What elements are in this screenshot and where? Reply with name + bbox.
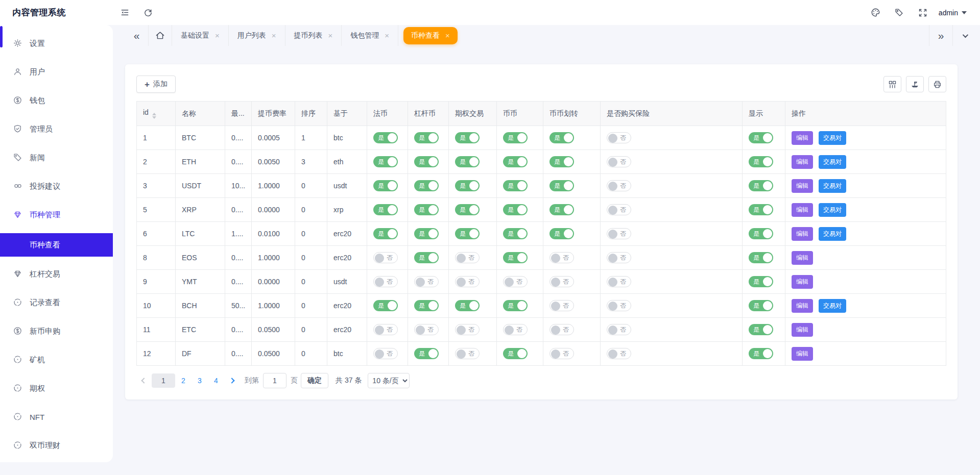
show-toggle[interactable]: 是 xyxy=(749,180,773,191)
option-toggle[interactable]: 是 xyxy=(455,132,480,143)
sidebar-item-leverage-trade[interactable]: 杠杆交易 xyxy=(0,264,113,284)
transfer-toggle[interactable]: 否 xyxy=(549,276,574,287)
option-toggle[interactable]: 是 xyxy=(455,156,480,167)
page-button-3[interactable]: 3 xyxy=(192,373,208,388)
menu-collapse-icon[interactable] xyxy=(113,0,136,25)
edit-button[interactable]: 编辑 xyxy=(792,323,813,337)
pair-button[interactable]: 交易对 xyxy=(819,179,846,193)
sidebar-item-settings[interactable]: 设置 xyxy=(0,33,113,54)
bibi-toggle[interactable]: 是 xyxy=(503,180,528,191)
leverage-toggle[interactable]: 是 xyxy=(414,228,439,239)
leverage-toggle[interactable]: 是 xyxy=(414,132,439,143)
sidebar-item-users[interactable]: 用户 xyxy=(0,62,113,82)
edit-button[interactable]: 编辑 xyxy=(792,227,813,241)
transfer-toggle[interactable]: 是 xyxy=(549,180,574,191)
transfer-toggle[interactable]: 否 xyxy=(549,348,574,359)
tab-close-icon[interactable]: × xyxy=(272,32,276,39)
pair-button[interactable]: 交易对 xyxy=(819,203,846,217)
option-toggle[interactable]: 是 xyxy=(455,180,480,191)
fabi-toggle[interactable]: 是 xyxy=(373,228,398,239)
insurance-toggle[interactable]: 否 xyxy=(607,252,631,263)
leverage-toggle[interactable]: 是 xyxy=(414,300,439,311)
option-toggle[interactable]: 否 xyxy=(455,324,480,335)
goto-page-input[interactable] xyxy=(263,373,286,388)
bibi-toggle[interactable]: 否 xyxy=(503,324,528,335)
pair-button[interactable]: 交易对 xyxy=(819,155,846,169)
scroll-tabs-right-button[interactable]: » xyxy=(929,25,952,46)
show-toggle[interactable]: 是 xyxy=(749,156,773,167)
bibi-toggle[interactable]: 是 xyxy=(503,300,528,311)
sidebar-item-nft[interactable]: NFT xyxy=(0,407,113,427)
sidebar-item-miner[interactable]: 矿机 xyxy=(0,349,113,370)
tab-base-settings[interactable]: 基础设置× xyxy=(172,25,229,46)
fabi-toggle[interactable]: 是 xyxy=(373,300,398,311)
sort-desc-icon[interactable] xyxy=(152,116,156,119)
option-toggle[interactable]: 否 xyxy=(455,348,480,359)
insurance-toggle[interactable]: 否 xyxy=(607,324,631,335)
home-tab-button[interactable] xyxy=(149,25,172,46)
tab-coin-view[interactable]: 币种查看× xyxy=(403,27,458,44)
page-button-2[interactable]: 2 xyxy=(175,373,192,388)
insurance-toggle[interactable]: 否 xyxy=(607,204,631,215)
leverage-toggle[interactable]: 是 xyxy=(414,156,439,167)
fabi-toggle[interactable]: 否 xyxy=(373,252,398,263)
admin-menu[interactable]: admin xyxy=(935,9,971,17)
scroll-tabs-left-button[interactable]: « xyxy=(125,25,149,46)
insurance-toggle[interactable]: 否 xyxy=(607,156,631,167)
sort-asc-icon[interactable] xyxy=(152,113,156,115)
sidebar-item-wallet[interactable]: 钱包 xyxy=(0,90,113,111)
tab-close-icon[interactable]: × xyxy=(445,32,450,39)
bibi-toggle[interactable]: 是 xyxy=(503,348,528,359)
insurance-toggle[interactable]: 否 xyxy=(607,180,631,191)
fabi-toggle[interactable]: 是 xyxy=(373,156,398,167)
sidebar-item-feedback[interactable]: 投拆建议 xyxy=(0,176,113,196)
page-button-1[interactable]: 1 xyxy=(152,373,175,388)
option-toggle[interactable]: 是 xyxy=(455,300,480,311)
transfer-toggle[interactable]: 否 xyxy=(549,252,574,263)
fullscreen-icon[interactable] xyxy=(911,0,935,25)
refresh-icon[interactable] xyxy=(136,0,160,25)
fabi-toggle[interactable]: 是 xyxy=(373,132,398,143)
bibi-toggle[interactable]: 是 xyxy=(503,132,528,143)
insurance-toggle[interactable]: 否 xyxy=(607,348,631,359)
tab-user-list[interactable]: 用户列表× xyxy=(229,25,285,46)
pair-button[interactable]: 交易对 xyxy=(819,227,846,241)
show-toggle[interactable]: 是 xyxy=(749,324,773,335)
leverage-toggle[interactable]: 否 xyxy=(414,324,439,335)
print-button[interactable] xyxy=(928,76,946,92)
bibi-toggle[interactable]: 是 xyxy=(503,228,528,239)
sort-control[interactable] xyxy=(152,113,156,119)
transfer-toggle[interactable]: 是 xyxy=(549,156,574,167)
tab-close-icon[interactable]: × xyxy=(328,32,333,39)
tab-withdraw-list[interactable]: 提币列表× xyxy=(285,25,342,46)
edit-button[interactable]: 编辑 xyxy=(792,155,813,169)
add-button[interactable]: + 添加 xyxy=(136,76,176,93)
pair-button[interactable]: 交易对 xyxy=(819,131,846,145)
option-toggle[interactable]: 否 xyxy=(455,252,480,263)
page-size-select[interactable]: 10 条/页 xyxy=(368,373,410,388)
insurance-toggle[interactable]: 否 xyxy=(607,132,631,143)
sidebar-item-option[interactable]: 期权 xyxy=(0,378,113,398)
prev-page-button[interactable] xyxy=(136,373,152,388)
edit-button[interactable]: 编辑 xyxy=(792,131,813,145)
tag-icon[interactable] xyxy=(888,0,911,25)
show-toggle[interactable]: 是 xyxy=(749,276,773,287)
insurance-toggle[interactable]: 否 xyxy=(607,300,631,311)
show-toggle[interactable]: 是 xyxy=(749,132,773,143)
pair-button[interactable]: 交易对 xyxy=(819,299,846,313)
tab-wallet-manage[interactable]: 钱包管理× xyxy=(342,25,398,46)
sidebar-item-record-view[interactable]: 记录查看 xyxy=(0,292,113,313)
page-button-4[interactable]: 4 xyxy=(208,373,224,388)
leverage-toggle[interactable]: 是 xyxy=(414,180,439,191)
columns-button[interactable] xyxy=(883,76,901,92)
transfer-toggle[interactable]: 是 xyxy=(549,228,574,239)
insurance-toggle[interactable]: 否 xyxy=(607,228,631,239)
fabi-toggle[interactable]: 是 xyxy=(373,204,398,215)
next-page-button[interactable] xyxy=(224,373,240,388)
edit-button[interactable]: 编辑 xyxy=(792,203,813,217)
show-toggle[interactable]: 是 xyxy=(749,204,773,215)
show-toggle[interactable]: 是 xyxy=(749,348,773,359)
tab-close-icon[interactable]: × xyxy=(385,32,389,39)
sidebar-item-dual-finance[interactable]: 双币理财 xyxy=(0,435,113,456)
leverage-toggle[interactable]: 是 xyxy=(414,204,439,215)
